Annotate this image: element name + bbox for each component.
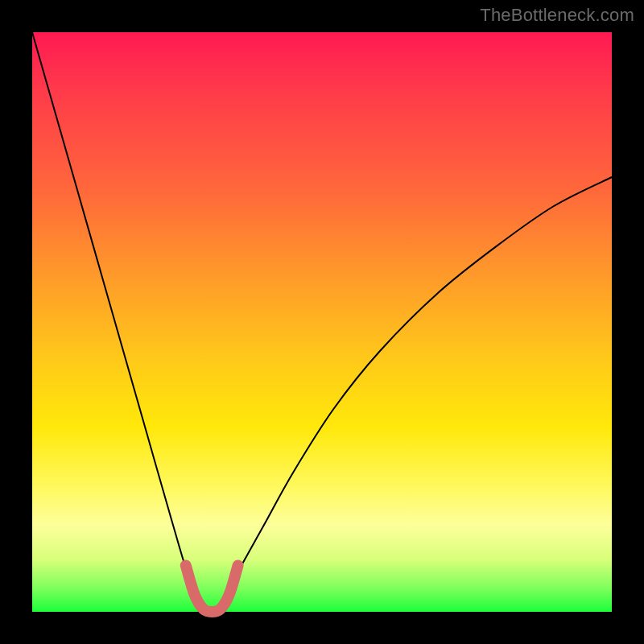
chart-frame: TheBottleneck.com: [0, 0, 644, 644]
plot-area: [32, 32, 612, 612]
watermark-text: TheBottleneck.com: [480, 5, 634, 26]
curve-svg: [32, 32, 612, 612]
series-highlight-valley: [186, 565, 238, 612]
series-bottleneck-curve: [32, 32, 612, 612]
